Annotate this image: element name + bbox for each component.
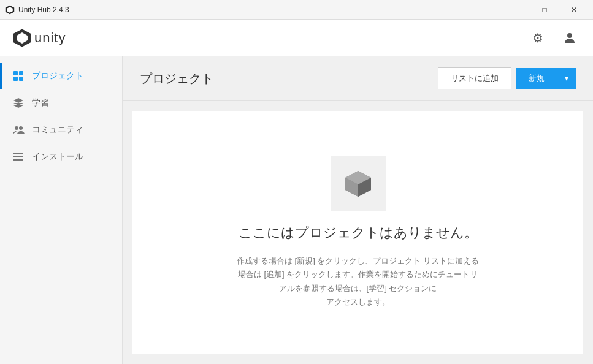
main: プロジェクト 学習 コミュニティ <box>0 56 593 364</box>
svg-point-4 <box>567 33 572 38</box>
community-icon <box>12 124 25 136</box>
unity-titlebar-icon <box>5 5 15 15</box>
svg-point-10 <box>15 126 18 130</box>
svg-rect-7 <box>13 77 18 81</box>
sidebar-item-community[interactable]: コミュニティ <box>0 116 122 143</box>
learn-icon <box>12 97 25 109</box>
sidebar-item-install[interactable]: インストール <box>0 143 122 170</box>
account-button[interactable] <box>559 27 581 49</box>
empty-description: 作成する場合は [新規] をクリックし、プロジェクト リストに加える 場合は [… <box>235 254 481 308</box>
content-title: プロジェクト <box>140 70 213 87</box>
new-project-button[interactable]: 新規 <box>516 68 557 89</box>
empty-icon-box <box>331 156 386 211</box>
svg-rect-12 <box>13 153 23 154</box>
header-actions: ⚙ <box>527 27 581 49</box>
empty-title: ここにはプロジェクトはありません。 <box>239 224 478 242</box>
sidebar-item-projects[interactable]: プロジェクト <box>0 63 122 89</box>
new-project-button-group: 新規 ▾ <box>516 68 576 89</box>
titlebar-left: Unity Hub 2.4.3 <box>5 5 69 15</box>
titlebar-title: Unity Hub 2.4.3 <box>18 6 69 14</box>
content: プロジェクト リストに追加 新規 ▾ <box>123 56 593 364</box>
settings-button[interactable]: ⚙ <box>527 27 549 49</box>
titlebar: Unity Hub 2.4.3 ─ □ ✕ <box>0 0 593 20</box>
svg-rect-13 <box>13 156 23 157</box>
minimize-button[interactable]: ─ <box>501 0 529 20</box>
maximize-button[interactable]: □ <box>530 0 559 20</box>
svg-rect-8 <box>19 77 23 81</box>
titlebar-controls: ─ □ ✕ <box>501 0 588 20</box>
svg-point-11 <box>19 126 23 130</box>
settings-icon: ⚙ <box>532 31 543 45</box>
logo-text: unity <box>34 30 66 46</box>
projects-icon <box>12 70 25 82</box>
close-button[interactable]: ✕ <box>560 0 588 20</box>
svg-rect-6 <box>19 71 23 75</box>
logo: unity <box>12 28 66 48</box>
sidebar-item-learn-label: 学習 <box>32 97 49 108</box>
add-to-list-button[interactable]: リストに追加 <box>438 67 511 89</box>
unity-logo-icon <box>12 28 32 48</box>
empty-cube-icon <box>342 167 375 200</box>
sidebar-item-learn[interactable]: 学習 <box>0 89 122 116</box>
account-icon <box>562 31 577 45</box>
new-project-dropdown-button[interactable]: ▾ <box>557 68 576 89</box>
svg-rect-14 <box>13 159 23 161</box>
install-icon <box>12 151 25 163</box>
sidebar-item-projects-label: プロジェクト <box>32 70 83 82</box>
sidebar-item-community-label: コミュニティ <box>32 124 83 135</box>
empty-state: ここにはプロジェクトはありません。 作成する場合は [新規] をクリックし、プロ… <box>132 111 583 354</box>
sidebar-item-install-label: インストール <box>32 151 83 162</box>
header: unity ⚙ <box>0 20 593 56</box>
dropdown-chevron-icon: ▾ <box>565 74 568 83</box>
sidebar: プロジェクト 学習 コミュニティ <box>0 56 123 364</box>
svg-rect-5 <box>13 71 18 75</box>
content-header: プロジェクト リストに追加 新規 ▾ <box>123 56 593 101</box>
content-actions: リストに追加 新規 ▾ <box>438 67 576 89</box>
